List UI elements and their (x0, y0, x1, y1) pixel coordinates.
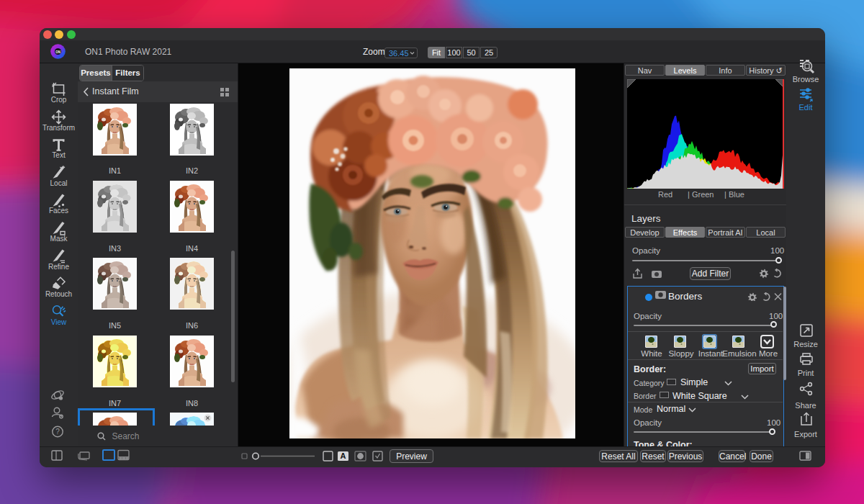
svg-text:ON: ON (55, 50, 60, 54)
svg-text:A: A (341, 451, 346, 460)
svg-text:?: ? (55, 428, 60, 436)
